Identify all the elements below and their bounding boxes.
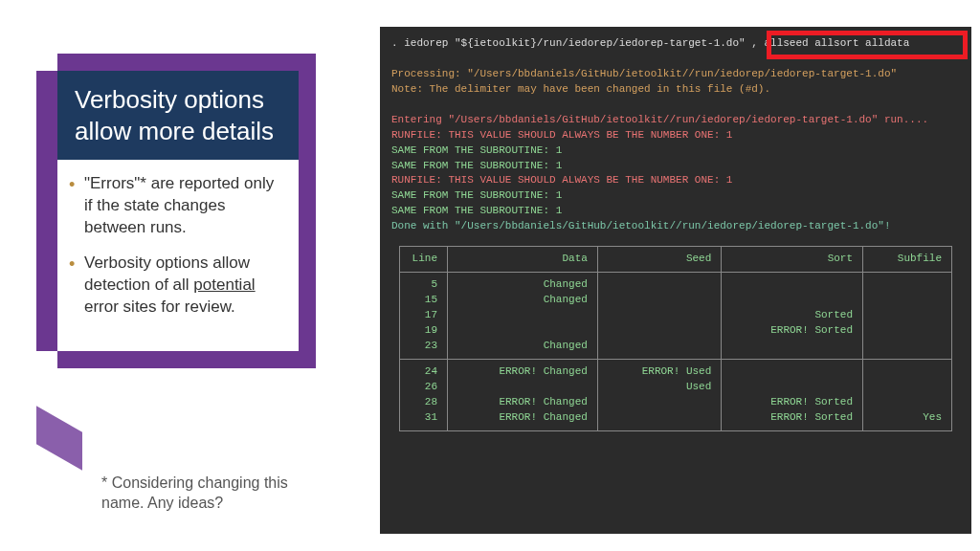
table-row: 5 15 17 19 23 Changed Changed Changed So… — [400, 273, 952, 360]
entering-line: Entering "/Users/bbdaniels/GitHub/ietool… — [391, 113, 960, 128]
note-line: Note: The delimiter may have been change… — [391, 82, 960, 98]
processing-line: Processing: "/Users/bbdaniels/GitHub/iet… — [391, 67, 960, 82]
terminal-output: . iedorep "${ietoolkit}/run/iedorep/iedo… — [380, 27, 971, 534]
ribbon-decoration — [36, 406, 82, 471]
left-panel: Verbosity options allow more details "Er… — [57, 54, 316, 368]
results-table: Line Data Seed Sort Subfile 5 15 17 19 2… — [399, 246, 952, 430]
bullet-2: Verbosity options allow detection of all… — [65, 253, 285, 319]
table-header-row: Line Data Seed Sort Subfile — [400, 247, 952, 273]
th-line: Line — [400, 247, 448, 273]
th-subfile: Subfile — [863, 247, 952, 273]
run-line: SAME FROM THE SUBROUTINE: 1 — [391, 204, 960, 219]
table-row: 24 26 28 31 ERROR! Changed ERROR! Change… — [400, 359, 952, 430]
footnote: * Considering changing this name. Any id… — [101, 474, 312, 514]
slide-title: Verbosity options allow more details — [57, 71, 299, 160]
highlight-box — [767, 31, 968, 59]
slide-body: "Errors"* are reported only if the state… — [57, 160, 299, 351]
bullet-1: "Errors"* are reported only if the state… — [65, 173, 285, 239]
th-sort: Sort — [722, 247, 863, 273]
run-line: SAME FROM THE SUBROUTINE: 1 — [391, 143, 960, 159]
run-line: SAME FROM THE SUBROUTINE: 1 — [391, 188, 960, 204]
purple-frame: Verbosity options allow more details "Er… — [57, 54, 316, 368]
th-data: Data — [448, 247, 598, 273]
run-line: RUNFILE: THIS VALUE SHOULD ALWAYS BE THE… — [391, 173, 960, 188]
run-line: SAME FROM THE SUBROUTINE: 1 — [391, 159, 960, 174]
done-line: Done with "/Users/bbdaniels/GitHub/ietoo… — [391, 219, 960, 234]
th-seed: Seed — [597, 247, 721, 273]
run-line: RUNFILE: THIS VALUE SHOULD ALWAYS BE THE… — [391, 128, 960, 143]
